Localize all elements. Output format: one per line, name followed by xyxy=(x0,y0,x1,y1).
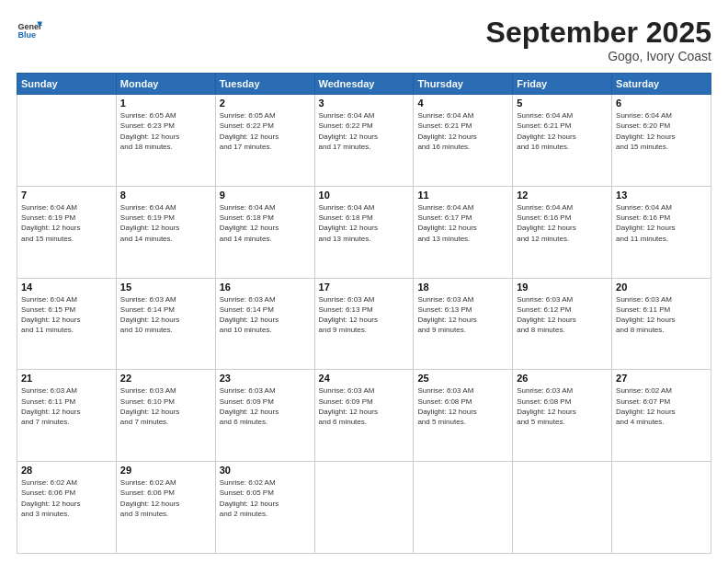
col-saturday: Saturday xyxy=(612,74,711,95)
table-row: 1Sunrise: 6:05 AMSunset: 6:23 PMDaylight… xyxy=(116,95,215,187)
table-row: 28Sunrise: 6:02 AMSunset: 6:06 PMDayligh… xyxy=(17,462,117,554)
table-row: 4Sunrise: 6:04 AMSunset: 6:21 PMDaylight… xyxy=(414,95,513,187)
table-row: 21Sunrise: 6:03 AMSunset: 6:11 PMDayligh… xyxy=(17,370,117,462)
day-info: Sunrise: 6:04 AMSunset: 6:15 PMDaylight:… xyxy=(21,294,112,336)
day-number: 13 xyxy=(616,190,707,201)
calendar-week-1: 1Sunrise: 6:05 AMSunset: 6:23 PMDaylight… xyxy=(17,95,711,187)
header: General Blue September 2025 Gogo, Ivory … xyxy=(17,17,711,63)
day-info: Sunrise: 6:03 AMSunset: 6:08 PMDaylight:… xyxy=(517,385,608,427)
day-number: 2 xyxy=(220,98,311,109)
day-info: Sunrise: 6:02 AMSunset: 6:07 PMDaylight:… xyxy=(616,385,707,427)
day-info: Sunrise: 6:03 AMSunset: 6:13 PMDaylight:… xyxy=(417,294,508,336)
day-info: Sunrise: 6:03 AMSunset: 6:12 PMDaylight:… xyxy=(517,294,608,336)
day-info: Sunrise: 6:05 AMSunset: 6:23 PMDaylight:… xyxy=(120,110,211,152)
day-info: Sunrise: 6:03 AMSunset: 6:08 PMDaylight:… xyxy=(417,385,508,427)
calendar-table: Sunday Monday Tuesday Wednesday Thursday… xyxy=(17,73,711,554)
table-row: 14Sunrise: 6:04 AMSunset: 6:15 PMDayligh… xyxy=(17,278,117,370)
calendar-week-4: 21Sunrise: 6:03 AMSunset: 6:11 PMDayligh… xyxy=(17,370,711,462)
table-row: 18Sunrise: 6:03 AMSunset: 6:13 PMDayligh… xyxy=(414,278,513,370)
day-number: 16 xyxy=(220,282,311,293)
day-number: 27 xyxy=(616,373,707,384)
table-row: 9Sunrise: 6:04 AMSunset: 6:18 PMDaylight… xyxy=(215,186,314,278)
col-friday: Friday xyxy=(513,74,612,95)
day-number: 3 xyxy=(319,98,410,109)
table-row xyxy=(17,95,117,187)
col-tuesday: Tuesday xyxy=(215,74,314,95)
day-info: Sunrise: 6:04 AMSunset: 6:17 PMDaylight:… xyxy=(417,202,508,244)
day-number: 23 xyxy=(220,373,311,384)
table-row xyxy=(314,462,414,554)
day-info: Sunrise: 6:02 AMSunset: 6:05 PMDaylight:… xyxy=(220,477,311,519)
day-info: Sunrise: 6:03 AMSunset: 6:10 PMDaylight:… xyxy=(120,385,211,427)
table-row: 8Sunrise: 6:04 AMSunset: 6:19 PMDaylight… xyxy=(116,186,215,278)
day-info: Sunrise: 6:04 AMSunset: 6:20 PMDaylight:… xyxy=(616,110,707,152)
day-number: 24 xyxy=(319,373,410,384)
table-row: 27Sunrise: 6:02 AMSunset: 6:07 PMDayligh… xyxy=(612,370,711,462)
logo: General Blue xyxy=(17,17,46,42)
day-info: Sunrise: 6:04 AMSunset: 6:21 PMDaylight:… xyxy=(517,110,608,152)
day-info: Sunrise: 6:04 AMSunset: 6:22 PMDaylight:… xyxy=(319,110,410,152)
day-number: 29 xyxy=(120,465,211,476)
table-row: 26Sunrise: 6:03 AMSunset: 6:08 PMDayligh… xyxy=(513,370,612,462)
page: General Blue September 2025 Gogo, Ivory … xyxy=(0,0,728,563)
day-info: Sunrise: 6:04 AMSunset: 6:19 PMDaylight:… xyxy=(120,202,211,244)
calendar-week-3: 14Sunrise: 6:04 AMSunset: 6:15 PMDayligh… xyxy=(17,278,711,370)
table-row: 3Sunrise: 6:04 AMSunset: 6:22 PMDaylight… xyxy=(314,95,414,187)
day-number: 17 xyxy=(319,282,410,293)
day-number: 6 xyxy=(616,98,707,109)
day-number: 10 xyxy=(319,190,410,201)
location: Gogo, Ivory Coast xyxy=(486,49,711,63)
day-number: 7 xyxy=(21,190,112,201)
day-number: 22 xyxy=(120,373,211,384)
day-info: Sunrise: 6:03 AMSunset: 6:14 PMDaylight:… xyxy=(220,294,311,336)
day-info: Sunrise: 6:04 AMSunset: 6:18 PMDaylight:… xyxy=(319,202,410,244)
day-number: 12 xyxy=(517,190,608,201)
table-row: 16Sunrise: 6:03 AMSunset: 6:14 PMDayligh… xyxy=(215,278,314,370)
calendar-week-2: 7Sunrise: 6:04 AMSunset: 6:19 PMDaylight… xyxy=(17,186,711,278)
table-row: 29Sunrise: 6:02 AMSunset: 6:06 PMDayligh… xyxy=(116,462,215,554)
day-info: Sunrise: 6:05 AMSunset: 6:22 PMDaylight:… xyxy=(220,110,311,152)
day-info: Sunrise: 6:03 AMSunset: 6:11 PMDaylight:… xyxy=(616,294,707,336)
table-row: 17Sunrise: 6:03 AMSunset: 6:13 PMDayligh… xyxy=(314,278,414,370)
col-sunday: Sunday xyxy=(17,74,117,95)
day-info: Sunrise: 6:04 AMSunset: 6:16 PMDaylight:… xyxy=(616,202,707,244)
day-info: Sunrise: 6:03 AMSunset: 6:11 PMDaylight:… xyxy=(21,385,112,427)
table-row: 24Sunrise: 6:03 AMSunset: 6:09 PMDayligh… xyxy=(314,370,414,462)
table-row: 10Sunrise: 6:04 AMSunset: 6:18 PMDayligh… xyxy=(314,186,414,278)
day-info: Sunrise: 6:04 AMSunset: 6:21 PMDaylight:… xyxy=(417,110,508,152)
day-number: 1 xyxy=(120,98,211,109)
day-number: 18 xyxy=(417,282,508,293)
table-row: 13Sunrise: 6:04 AMSunset: 6:16 PMDayligh… xyxy=(612,186,711,278)
table-row: 19Sunrise: 6:03 AMSunset: 6:12 PMDayligh… xyxy=(513,278,612,370)
header-row: Sunday Monday Tuesday Wednesday Thursday… xyxy=(17,74,711,95)
day-number: 8 xyxy=(120,190,211,201)
day-number: 4 xyxy=(417,98,508,109)
col-monday: Monday xyxy=(116,74,215,95)
logo-icon: General Blue xyxy=(17,17,42,42)
table-row: 25Sunrise: 6:03 AMSunset: 6:08 PMDayligh… xyxy=(414,370,513,462)
table-row: 30Sunrise: 6:02 AMSunset: 6:05 PMDayligh… xyxy=(215,462,314,554)
day-number: 14 xyxy=(21,282,112,293)
table-row: 7Sunrise: 6:04 AMSunset: 6:19 PMDaylight… xyxy=(17,186,117,278)
month-title: September 2025 xyxy=(486,17,711,49)
table-row: 20Sunrise: 6:03 AMSunset: 6:11 PMDayligh… xyxy=(612,278,711,370)
day-info: Sunrise: 6:04 AMSunset: 6:16 PMDaylight:… xyxy=(517,202,608,244)
day-info: Sunrise: 6:02 AMSunset: 6:06 PMDaylight:… xyxy=(120,477,211,519)
day-info: Sunrise: 6:03 AMSunset: 6:13 PMDaylight:… xyxy=(319,294,410,336)
day-info: Sunrise: 6:04 AMSunset: 6:19 PMDaylight:… xyxy=(21,202,112,244)
table-row: 11Sunrise: 6:04 AMSunset: 6:17 PMDayligh… xyxy=(414,186,513,278)
day-number: 11 xyxy=(417,190,508,201)
table-row: 5Sunrise: 6:04 AMSunset: 6:21 PMDaylight… xyxy=(513,95,612,187)
day-info: Sunrise: 6:03 AMSunset: 6:09 PMDaylight:… xyxy=(220,385,311,427)
col-thursday: Thursday xyxy=(414,74,513,95)
table-row: 12Sunrise: 6:04 AMSunset: 6:16 PMDayligh… xyxy=(513,186,612,278)
svg-text:Blue: Blue xyxy=(17,30,36,40)
table-row xyxy=(612,462,711,554)
day-number: 15 xyxy=(120,282,211,293)
day-number: 20 xyxy=(616,282,707,293)
day-info: Sunrise: 6:03 AMSunset: 6:09 PMDaylight:… xyxy=(319,385,410,427)
day-info: Sunrise: 6:04 AMSunset: 6:18 PMDaylight:… xyxy=(220,202,311,244)
day-number: 30 xyxy=(220,465,311,476)
title-area: September 2025 Gogo, Ivory Coast xyxy=(486,17,711,63)
table-row xyxy=(414,462,513,554)
